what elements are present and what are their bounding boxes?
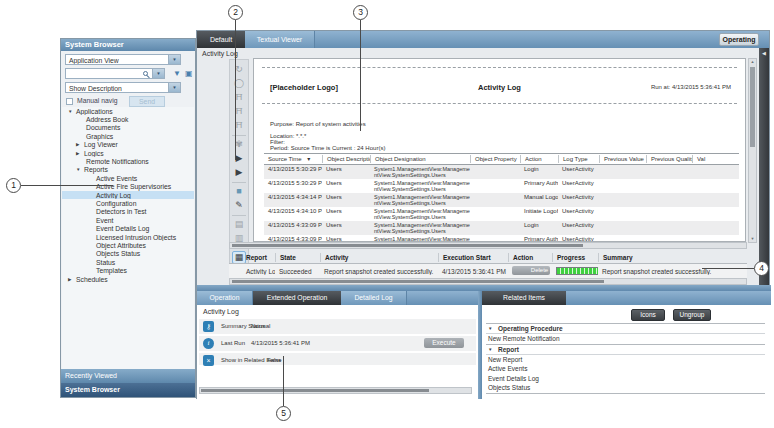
tree-item-event-details-log[interactable]: Event Details Log bbox=[62, 224, 194, 232]
search-input[interactable]: ▼ bbox=[65, 68, 165, 79]
tree-item-status[interactable]: Status bbox=[62, 258, 194, 266]
tree-item-logics[interactable]: ▶Logics bbox=[62, 149, 194, 157]
tree-item-licensed-intrusion-objects[interactable]: Licensed Intrusion Objects bbox=[62, 233, 194, 241]
status-col-state: State bbox=[275, 253, 320, 262]
related-item-active-events[interactable]: Active Events bbox=[486, 364, 765, 374]
tree-item-objects-status[interactable]: Objects Status bbox=[62, 250, 194, 258]
expanded-arrow-icon[interactable]: ▼ bbox=[488, 345, 492, 355]
related-item-event-details-log[interactable]: Event Details Log bbox=[486, 374, 765, 384]
export-pdf-icon[interactable]: ▤ bbox=[232, 218, 246, 231]
report-cell-log_type: UserActivity bbox=[558, 179, 599, 193]
scrollbar-thumb[interactable] bbox=[750, 67, 755, 147]
scroll-down-icon[interactable]: ▼ bbox=[749, 236, 756, 242]
tree-item-templates[interactable]: Templates bbox=[62, 266, 194, 274]
tree-item-label: Event bbox=[96, 217, 113, 224]
tree-item-reports[interactable]: ▼Reports bbox=[62, 166, 194, 174]
execute-button[interactable]: Execute bbox=[424, 338, 464, 348]
report-col-object-designation: Object Designation bbox=[370, 155, 470, 163]
tree-item-documents[interactable]: Documents bbox=[62, 124, 194, 132]
report-cell-action: Initiate Logoff bbox=[520, 207, 558, 221]
tab-extended-operation[interactable]: Extended Operation bbox=[253, 291, 341, 305]
stop-icon[interactable]: ■ bbox=[232, 185, 246, 198]
show-description-combo[interactable]: Show Description ▼ bbox=[65, 82, 181, 93]
tab-detailed-log[interactable]: Detailed Log bbox=[341, 291, 407, 305]
main-pane: Default Textual Viewer Operating Activit… bbox=[196, 30, 770, 399]
report-cell-prev_quality bbox=[646, 179, 692, 193]
collapsed-arrow-icon[interactable]: ▶ bbox=[76, 151, 84, 156]
expanded-arrow-icon[interactable]: ▼ bbox=[488, 324, 492, 334]
pane-splitter-strip[interactable]: ◀ bbox=[759, 48, 769, 291]
status-horizontal-scrollbar[interactable] bbox=[229, 278, 747, 285]
callout-5-line bbox=[283, 356, 284, 406]
related-group-header: ▼Operating Procedure bbox=[486, 324, 765, 334]
report-cell-val bbox=[692, 235, 739, 242]
related-item-new-remote-notification[interactable]: New Remote Notification bbox=[486, 334, 765, 344]
expanded-arrow-icon[interactable]: ▼ bbox=[68, 109, 76, 114]
edit-icon[interactable]: ✎ bbox=[232, 199, 246, 212]
report-cell-desc: Users bbox=[322, 221, 370, 235]
report-cell-prev_quality bbox=[646, 207, 692, 221]
report-col-previous-quality: Previous Quality bbox=[646, 155, 692, 163]
tree-item-active-events[interactable]: Active Events bbox=[62, 174, 194, 182]
tree-item-log-viewer[interactable]: ▶Log Viewer bbox=[62, 141, 194, 149]
chevron-down-icon[interactable]: ▼ bbox=[152, 69, 164, 78]
scrollbar-thumb[interactable] bbox=[232, 244, 583, 247]
scroll-up-icon[interactable]: ▲ bbox=[749, 59, 756, 65]
status-col-summary: Summary bbox=[598, 253, 747, 262]
manual-nav-checkbox[interactable] bbox=[66, 98, 73, 105]
chevron-down-icon[interactable]: ▼ bbox=[168, 83, 180, 92]
system-browser-bottom-tab[interactable]: System Browser bbox=[61, 383, 195, 397]
tree-item-address-book[interactable]: Address Book bbox=[62, 115, 194, 123]
send-button[interactable]: Send bbox=[129, 96, 165, 107]
collapsed-arrow-icon[interactable]: ▶ bbox=[76, 142, 84, 147]
run-selection-icon[interactable]: ▶ bbox=[232, 166, 246, 179]
report-vertical-scrollbar[interactable]: ▲ ▼ bbox=[748, 58, 757, 243]
tree-item-remote-notifications[interactable]: Remote Notifications bbox=[62, 157, 194, 165]
collapse-pane-icon[interactable]: ◀ bbox=[759, 50, 769, 56]
report-purpose: Purpose: Report of system activities bbox=[270, 121, 366, 127]
delete-button[interactable]: Delete bbox=[512, 266, 550, 275]
tree-item-detectors-in-test[interactable]: Detectors in Test bbox=[62, 208, 194, 216]
status-execution-start: 4/13/2015 5:36:41 PM bbox=[438, 268, 508, 275]
tree-item-object-attributes[interactable]: Object Attributes bbox=[62, 241, 194, 249]
related-item-objects-status[interactable]: Objects Status bbox=[486, 383, 765, 393]
tree-item-event[interactable]: Event bbox=[62, 216, 194, 224]
status-table-row[interactable]: Activity Log Succeeded Report snapshot c… bbox=[229, 264, 747, 278]
save-icon[interactable]: ▣ bbox=[185, 69, 193, 79]
scrollbar-thumb[interactable] bbox=[201, 389, 429, 392]
scrollbar-thumb[interactable] bbox=[232, 280, 604, 283]
status-col-activity: Activity bbox=[320, 253, 438, 262]
related-item-new-report[interactable]: New Report bbox=[486, 355, 765, 365]
operating-button[interactable]: Operating bbox=[719, 33, 759, 46]
ungroup-button[interactable]: Ungroup bbox=[673, 309, 711, 321]
operation-horizontal-scrollbar[interactable] bbox=[199, 387, 472, 394]
view-label: Activity Log bbox=[202, 50, 238, 57]
tab-default[interactable]: Default bbox=[197, 31, 245, 48]
toolbar-separator bbox=[232, 182, 246, 183]
expanded-arrow-icon[interactable]: ▼ bbox=[76, 167, 84, 172]
search-icon bbox=[143, 71, 148, 76]
tree-item-activity-log[interactable]: Activity Log bbox=[62, 191, 194, 199]
recently-viewed-bar[interactable]: Recently Viewed bbox=[61, 369, 195, 383]
report-period: Period: Source Time is Current : 24 Hour… bbox=[270, 145, 385, 151]
tree-item-schedules[interactable]: ▶Schedules bbox=[62, 275, 194, 283]
tab-related-items[interactable]: Related Items bbox=[482, 291, 566, 305]
tab-operation[interactable]: Operation bbox=[197, 291, 253, 305]
report-cell-val bbox=[692, 221, 739, 235]
report-cell-designation: System1.ManagementView:ManagementView.Sy… bbox=[370, 235, 470, 242]
status-col-progress: Progress bbox=[552, 253, 598, 262]
report-horizontal-scrollbar[interactable] bbox=[229, 242, 747, 249]
sort-arrow-icon: ▾ bbox=[302, 156, 311, 162]
tree-item-graphics[interactable]: Graphics bbox=[62, 132, 194, 140]
chevron-down-icon[interactable]: ▼ bbox=[168, 55, 180, 64]
tab-textual-viewer[interactable]: Textual Viewer bbox=[245, 31, 315, 48]
icons-button[interactable]: Icons bbox=[631, 309, 665, 321]
filter-icon[interactable]: ▼ bbox=[173, 69, 181, 79]
report-cell-action: Login bbox=[520, 221, 558, 235]
report-cell-designation: System1.ManagementView:ManagementView.Sy… bbox=[370, 207, 470, 221]
application-view-combo[interactable]: Application View ▼ bbox=[65, 54, 181, 65]
tree-item-configuration[interactable]: Configuration bbox=[62, 199, 194, 207]
tree-item-active-fire-supervisories[interactable]: Active Fire Supervisories bbox=[62, 183, 194, 191]
tree-item-applications[interactable]: ▼Applications bbox=[62, 107, 194, 115]
collapsed-arrow-icon[interactable]: ▶ bbox=[68, 277, 76, 282]
